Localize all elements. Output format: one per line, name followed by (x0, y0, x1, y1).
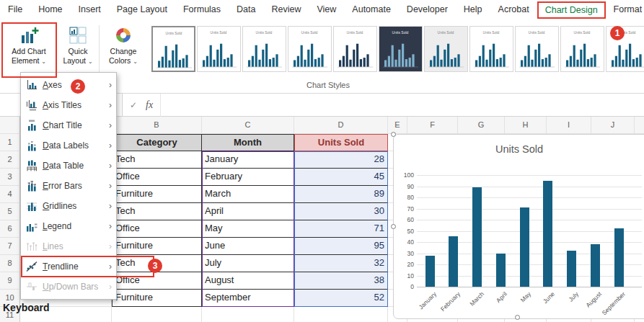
cell-B11[interactable] (112, 307, 202, 322)
row-header-4[interactable]: 4 (0, 186, 20, 203)
cell-B2[interactable]: Tech (112, 151, 202, 169)
chart-bar-may[interactable] (520, 207, 529, 287)
chart-style-style-10[interactable]: Units Sold (560, 26, 604, 72)
tab-format[interactable]: Format (606, 0, 644, 19)
cell-B9[interactable]: Office (112, 272, 202, 290)
cell-C8[interactable]: July (202, 255, 294, 272)
chart-bar-april[interactable] (496, 254, 506, 287)
cell-D3[interactable]: 45 (294, 169, 388, 186)
cell-B10[interactable]: Furniture (112, 290, 202, 307)
chart-style-style-2[interactable]: Units Sold (197, 26, 241, 72)
tab-data[interactable]: Data (229, 0, 263, 19)
chart-style-style-8[interactable]: Units Sold (469, 26, 513, 72)
chart-bar-september[interactable] (614, 228, 624, 287)
chart-style-style-3[interactable]: Units Sold (242, 26, 286, 72)
row-header-1[interactable]: 1 (0, 134, 20, 151)
enter-check-icon[interactable]: ✓ (130, 100, 137, 110)
tab-help[interactable]: Help (456, 0, 490, 19)
cell-D10[interactable]: 52 (294, 290, 388, 307)
quick-layout-button[interactable]: QuickLayout ⌄ (58, 24, 98, 76)
chart-style-style-4[interactable]: Units Sold (288, 26, 332, 72)
column-header-C[interactable]: C (202, 117, 294, 134)
column-header-E[interactable]: E (388, 117, 407, 134)
chart-style-style-7[interactable]: Units Sold (424, 26, 468, 72)
chart-resize-handle-top-left[interactable] (391, 132, 396, 137)
menu-item-chart-title[interactable]: Chart Title› (21, 115, 116, 135)
cell-C6[interactable]: May (202, 220, 294, 238)
column-header-H[interactable]: H (505, 117, 547, 134)
cell-B6[interactable]: Office (112, 220, 202, 238)
cell-C2[interactable]: January (202, 151, 294, 169)
chart-bar-march[interactable] (472, 187, 482, 287)
menu-item-axes[interactable]: Axes› (21, 75, 116, 95)
cell-C9[interactable]: August (202, 272, 294, 290)
add-chart-element-button[interactable]: Add ChartElement ⌄ (3, 24, 55, 76)
cell-D6[interactable]: 71 (294, 220, 388, 238)
cell-C11[interactable] (202, 307, 294, 322)
tab-home[interactable]: Home (30, 0, 70, 19)
chart-style-style-6[interactable]: Units Sold (379, 26, 423, 72)
row-header-5[interactable]: 5 (0, 203, 20, 220)
cell-B1[interactable]: Category (112, 134, 202, 151)
row-header-2[interactable]: 2 (0, 151, 20, 169)
row-header-9[interactable]: 9 (0, 272, 20, 290)
cell-D4[interactable]: 89 (294, 186, 388, 203)
chart-bar-june[interactable] (543, 181, 552, 287)
chart-resize-handle-bottom[interactable] (515, 315, 520, 320)
chart-resize-handle-left[interactable] (391, 224, 396, 229)
tab-developer[interactable]: Developer (399, 0, 456, 19)
chart-bar-january[interactable] (425, 256, 435, 287)
cell-C1[interactable]: Month (202, 134, 294, 151)
cell-D1[interactable]: Units Sold (294, 134, 388, 151)
cell-B7[interactable]: Furniture (112, 238, 202, 255)
cell-C10[interactable]: September (202, 290, 294, 307)
menu-item-legend[interactable]: Legend› (21, 216, 116, 236)
chart-style-style-5[interactable]: Units Sold (333, 26, 377, 72)
cell-D8[interactable]: 32 (294, 255, 388, 272)
menu-item-data-labels[interactable]: Data Labels› (21, 135, 116, 156)
cell-B5[interactable]: Tech (112, 203, 202, 220)
column-header-B[interactable]: B (112, 117, 202, 134)
chart-bar-august[interactable] (591, 244, 600, 287)
tab-review[interactable]: Review (263, 0, 309, 19)
tab-formulas[interactable]: Formulas (175, 0, 229, 19)
chart-bar-july[interactable] (567, 251, 576, 287)
cell-C7[interactable]: June (202, 238, 294, 255)
tab-automate[interactable]: Automate (344, 0, 399, 19)
column-header-I[interactable]: I (547, 117, 591, 134)
row-header-7[interactable]: 7 (0, 238, 20, 255)
cell-C4[interactable]: March (202, 186, 294, 203)
change-colors-button[interactable]: ChangeColors ⌄ (101, 24, 146, 76)
tab-chart-design[interactable]: Chart Design (537, 1, 606, 19)
menu-item-trendline[interactable]: Trendline›3 (21, 256, 116, 277)
chart-bar-february[interactable] (449, 236, 458, 287)
column-header-K[interactable] (635, 117, 644, 134)
cell-B4[interactable]: Furniture (112, 186, 202, 203)
cell-D9[interactable]: 38 (294, 272, 388, 290)
chart-title[interactable]: Units Sold (394, 143, 644, 155)
cell-C5[interactable]: April (202, 203, 294, 220)
insert-function-fx-icon[interactable]: fx (146, 99, 153, 111)
cell-D2[interactable]: 28 (294, 151, 388, 169)
row-header-3[interactable]: 3 (0, 169, 20, 186)
cell-D7[interactable]: 95 (294, 238, 388, 255)
cell-C3[interactable]: February (202, 169, 294, 186)
tab-file[interactable]: File (0, 0, 30, 19)
tab-insert[interactable]: Insert (71, 0, 109, 19)
tab-view[interactable]: View (309, 0, 344, 19)
select-all-corner[interactable] (0, 117, 20, 134)
cell-D11[interactable] (294, 307, 388, 322)
embedded-chart[interactable]: 0102030405060708090100JanuaryFebruaryMar… (393, 134, 644, 319)
chart-style-style-9[interactable]: Units Sold (515, 26, 559, 72)
column-header-J[interactable]: J (591, 117, 635, 134)
menu-item-error-bars[interactable]: Error Bars› (21, 176, 116, 196)
tab-page-layout[interactable]: Page Layout (109, 0, 175, 19)
row-header-6[interactable]: 6 (0, 220, 20, 238)
cell-B3[interactable]: Office (112, 169, 202, 186)
menu-item-data-table[interactable]: Data Table› (21, 156, 116, 176)
column-header-G[interactable]: G (458, 117, 505, 134)
menu-item-gridlines[interactable]: Gridlines› (21, 196, 116, 216)
column-header-F[interactable]: F (407, 117, 458, 134)
column-header-D[interactable]: D (294, 117, 388, 134)
row-header-8[interactable]: 8 (0, 255, 20, 272)
